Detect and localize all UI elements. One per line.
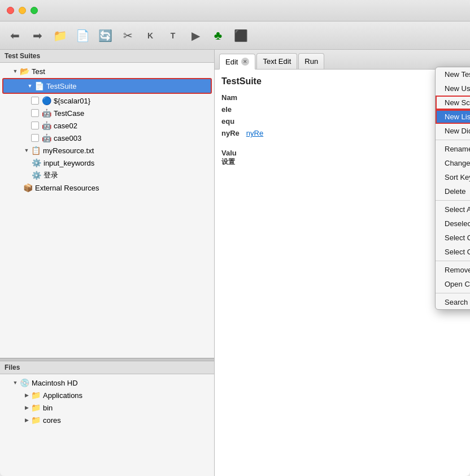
menu-item-label: Delete xyxy=(445,187,466,196)
suite-icon: 📄 xyxy=(34,81,44,91)
expand-arrow: ▼ xyxy=(11,67,19,75)
tree-item-label: case02 xyxy=(54,122,77,130)
tree-item-case02[interactable]: 🤖 case02 xyxy=(0,119,214,132)
menu-item-sort-keywords[interactable]: Sort Keywords xyxy=(436,170,470,184)
tree-item-label: 登录 xyxy=(43,170,58,180)
menu-item-label: Search Keywords xyxy=(445,298,470,306)
menu-item-remove-readonly[interactable]: Remove Read Only xyxy=(436,263,470,277)
back-button[interactable]: ⬅ xyxy=(5,25,25,46)
files-tree[interactable]: ▼ 💿 Macintosh HD ▶ 📁 Applications ▶ 📁 bi… xyxy=(0,374,214,476)
tree-item-input-keywords[interactable]: ⚙️ input_keywords xyxy=(0,157,214,169)
stop-button[interactable]: ⬛ xyxy=(230,25,251,46)
tree-item-testcase[interactable]: 🤖 TestCase xyxy=(0,107,214,119)
maximize-button[interactable] xyxy=(31,7,38,14)
testcase-icon: 🤖 xyxy=(41,108,51,118)
tree-item-label: Macintosh HD xyxy=(32,379,78,387)
tree-item-testsuite[interactable]: ▼ 📄 TestSuite xyxy=(2,78,212,94)
record-button[interactable]: ♣ xyxy=(208,25,228,46)
tree-item-cores[interactable]: ▶ 📁 cores xyxy=(0,414,214,426)
external-icon: 📦 xyxy=(23,183,33,193)
tree-item-resource[interactable]: ▼ 📋 myResource.txt xyxy=(0,144,214,157)
menu-item-search-keywords[interactable]: Search Keywords xyxy=(436,295,470,309)
menu-item-label: New User Keyword xyxy=(445,84,470,93)
tree-item-label: TestCase xyxy=(54,109,84,118)
test-suites-header: Test Suites xyxy=(0,50,214,63)
menu-item-new-dictionary[interactable]: New Dictionary Variable xyxy=(436,124,470,138)
tree-item-label: myResource.txt xyxy=(43,146,94,155)
tree-item-external[interactable]: 📦 External Resources xyxy=(0,181,214,194)
menu-item-change-format[interactable]: Change Format xyxy=(436,156,470,170)
menu-item-label: Select All Tests xyxy=(445,205,470,214)
minimize-button[interactable] xyxy=(19,7,26,14)
menu-item-label: New List Variable xyxy=(445,112,470,121)
menu-item-label: Select Only Failed Tests xyxy=(445,233,470,242)
menu-item-label: New Scalar xyxy=(445,98,470,107)
app-window: ⬅ ➡ 📁 📄 🔄 ✂ K T ▶ ♣ ⬛ Test Suites ▼ 📂 Te… xyxy=(0,0,470,476)
tree-item-label: Applications xyxy=(43,391,82,400)
text-button[interactable]: T xyxy=(163,25,183,46)
toolbar: ⬅ ➡ 📁 📄 🔄 ✂ K T ▶ ♣ ⬛ xyxy=(0,21,470,50)
tree-item-macintosh-hd[interactable]: ▼ 💿 Macintosh HD xyxy=(0,377,214,389)
item-checkbox[interactable] xyxy=(31,97,39,105)
context-menu-overlay[interactable]: New Test Case ⇧⌘T New User Keyword ⇧⌘K N… xyxy=(215,50,470,476)
expand-arrow: ▼ xyxy=(11,379,19,387)
tree-item-scalar[interactable]: 🔵 ${scalar01} xyxy=(0,94,214,107)
menu-item-deselect-all[interactable]: Deselect All Tests xyxy=(436,217,470,231)
menu-separator-3 xyxy=(436,261,470,261)
menu-item-new-list-variable[interactable]: New List Variable ⇧⌘L xyxy=(436,110,470,124)
right-panel: Edit ✕ Text Edit Run TestSuite Nam ele xyxy=(215,50,470,476)
menu-separator-1 xyxy=(436,140,470,140)
menu-item-select-passed[interactable]: Select Only Passed Tests xyxy=(436,245,470,259)
menu-item-label: Remove Read Only xyxy=(445,266,470,274)
folder-icon: 📁 xyxy=(31,403,41,413)
test-suites-tree[interactable]: ▼ 📂 Test ▼ 📄 TestSuite 🔵 ${scalar01} xyxy=(0,63,214,358)
menu-item-delete[interactable]: Delete ⇧⌘D xyxy=(436,184,470,198)
testcase-icon: 🤖 xyxy=(41,133,51,143)
item-checkbox[interactable] xyxy=(31,122,39,129)
tree-item-applications[interactable]: ▶ 📁 Applications xyxy=(0,389,214,401)
menu-item-open-folder[interactable]: Open Containing Folder xyxy=(436,277,470,291)
expand-arrow: ▼ xyxy=(23,146,31,154)
tree-item-label: ${scalar01} xyxy=(54,97,90,105)
context-menu: New Test Case ⇧⌘T New User Keyword ⇧⌘K N… xyxy=(435,67,470,310)
forward-button[interactable]: ➡ xyxy=(27,25,47,46)
title-bar xyxy=(0,0,470,21)
keyword-icon: ⚙️ xyxy=(31,170,41,180)
menu-item-label: Select Only Passed Tests xyxy=(445,248,470,256)
cut-button[interactable]: ✂ xyxy=(118,25,138,46)
menu-separator-4 xyxy=(436,293,470,293)
testcase-icon: 🤖 xyxy=(41,120,51,131)
item-checkbox[interactable] xyxy=(31,109,39,117)
run-button[interactable]: ▶ xyxy=(185,25,206,46)
tree-item-label: bin xyxy=(43,404,53,412)
tree-item-test[interactable]: ▼ 📂 Test xyxy=(0,65,214,77)
keyword-button[interactable]: K xyxy=(140,25,160,46)
menu-item-rename[interactable]: Rename F2 xyxy=(436,142,470,156)
refresh-button[interactable]: 🔄 xyxy=(95,25,115,46)
main-layout: Test Suites ▼ 📂 Test ▼ 📄 TestSuite xyxy=(0,50,470,476)
tree-item-case003[interactable]: 🤖 case003 xyxy=(0,132,214,144)
folder-icon: 📂 xyxy=(19,66,29,76)
menu-item-label: New Dictionary Variable xyxy=(445,127,470,135)
item-checkbox[interactable] xyxy=(31,134,39,142)
tree-item-label: External Resources xyxy=(35,184,99,192)
tree-item-label: input_keywords xyxy=(43,159,94,167)
menu-separator-2 xyxy=(436,200,470,201)
menu-item-label: New Test Case xyxy=(445,70,470,79)
folder-icon: 📁 xyxy=(31,390,41,400)
menu-item-label: Deselect All Tests xyxy=(445,219,470,228)
menu-item-label: Change Format xyxy=(445,159,470,167)
menu-item-new-test-case[interactable]: New Test Case ⇧⌘T xyxy=(436,67,470,81)
menu-item-label: Rename xyxy=(445,145,470,153)
new-file-button[interactable]: 📄 xyxy=(72,25,93,46)
tree-item-login[interactable]: ⚙️ 登录 xyxy=(0,169,214,181)
close-button[interactable] xyxy=(7,7,14,14)
menu-item-label: Open Containing Folder xyxy=(445,280,470,288)
menu-item-select-all[interactable]: Select All Tests xyxy=(436,202,470,217)
tree-item-bin[interactable]: ▶ 📁 bin xyxy=(0,401,214,414)
menu-item-new-user-keyword[interactable]: New User Keyword ⇧⌘K xyxy=(436,81,470,96)
menu-item-new-scalar[interactable]: New Scalar ⇧⌘V xyxy=(436,96,470,110)
expand-arrow: ▶ xyxy=(23,416,31,424)
menu-item-select-failed[interactable]: Select Only Failed Tests xyxy=(436,231,470,245)
open-folder-button[interactable]: 📁 xyxy=(50,25,70,46)
